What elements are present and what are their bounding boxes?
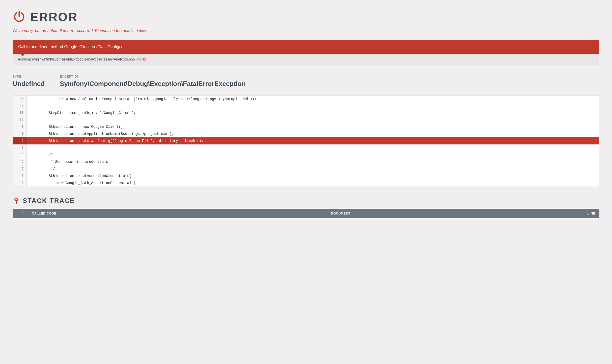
line-content: * Set assertion credentials: [27, 158, 113, 165]
line-number: 39: [13, 116, 27, 123]
code-line: 44 /*: [13, 151, 599, 158]
trace-table-header: # CALLED CODE DOCUMENT LINE: [13, 209, 599, 218]
exception-column: EXCEPTION Symfony\Component\Debug\Except…: [60, 75, 246, 88]
code-line: 40 $this->client = new Google_Client();: [13, 123, 599, 130]
error-file-box: /usr/share/nginx/html/plugins/rainlab/go…: [13, 54, 599, 65]
exception-label: EXCEPTION: [60, 75, 246, 78]
line-number: 42: [142, 57, 146, 61]
power-icon: [13, 11, 26, 24]
stack-trace-section: STACK TRACE # CALLED CODE DOCUMENT LINE: [13, 197, 599, 218]
subtitle-emphasis: unhandled error occurred: [47, 28, 93, 33]
type-exception-section: TYPE Undefined EXCEPTION Symfony\Compone…: [13, 75, 599, 88]
line-content: $this->client->setApplicationName($setti…: [27, 130, 179, 137]
line-number: 47: [13, 172, 27, 179]
col-number: #: [13, 209, 28, 218]
code-line: 42 $this->client->setClassConfig('Google…: [13, 137, 599, 144]
line-number: 45: [13, 158, 27, 165]
code-line: 46 */: [13, 165, 599, 172]
type-value: Undefined: [13, 80, 45, 88]
stack-trace-icon: [13, 197, 20, 204]
line-number: 41: [13, 130, 27, 137]
line-number: 46: [13, 165, 27, 172]
line-content: throw new ApplicationException(trans('ra…: [27, 96, 262, 103]
line-number: 42: [13, 137, 27, 144]
line-number: 44: [13, 151, 27, 158]
line-content: $tmpDir = temp_path() . '/Google_Client'…: [27, 109, 141, 116]
line-content: $this->client = new Google_Client();: [27, 123, 130, 130]
error-message-text: Call to undefined method Google_Client::…: [13, 40, 599, 54]
code-line: 43: [13, 144, 599, 151]
line-content: [27, 103, 37, 109]
line-number: 40: [13, 123, 27, 130]
line-content: $this->client->setAssertionCredentials(: [27, 172, 136, 179]
page-title: ERROR: [30, 10, 78, 24]
line-number: 36: [13, 96, 27, 103]
line-content: [27, 144, 37, 151]
line-content: new Google_Auth_AssertionCredentials(: [27, 179, 141, 187]
code-line: 47 $this->client->setAssertionCredential…: [13, 172, 599, 179]
line-number: 37: [13, 103, 27, 109]
line-content: $this->client->setClassConfig('Google_Ca…: [27, 137, 209, 144]
line-number: 48: [13, 179, 27, 187]
code-line: 39: [13, 116, 599, 123]
code-line: 36 throw new ApplicationException(trans(…: [13, 96, 599, 103]
trace-header-row: # CALLED CODE DOCUMENT LINE: [13, 209, 599, 218]
svg-point-0: [15, 199, 17, 200]
stack-trace-header: STACK TRACE: [13, 197, 599, 205]
col-line: LINE: [579, 209, 599, 218]
subtitle-rest: . Please see the details below.: [93, 28, 147, 33]
line-content: /*: [27, 151, 58, 158]
code-line: 41 $this->client->setApplicationName($se…: [13, 130, 599, 137]
exception-value: Symfony\Component\Debug\Exception\FatalE…: [60, 80, 246, 88]
error-subtitle: We're sorry, but an unhandled error occu…: [13, 28, 599, 33]
error-header: ERROR: [13, 10, 599, 24]
error-message-box: Call to undefined method Google_Client::…: [13, 40, 599, 65]
type-label: TYPE: [13, 75, 45, 78]
line-number: 38: [13, 109, 27, 116]
line-content: */: [27, 165, 60, 172]
subtitle-plain: We're sorry, but an: [13, 28, 47, 33]
code-block: 36 throw new ApplicationException(trans(…: [13, 95, 599, 187]
stack-trace-title: STACK TRACE: [23, 197, 75, 205]
stack-trace-table: # CALLED CODE DOCUMENT LINE: [13, 209, 599, 218]
code-line: 48 new Google_Auth_AssertionCredentials(: [13, 179, 599, 187]
code-line: 45 * Set assertion credentials: [13, 158, 599, 165]
line-content: [27, 116, 37, 123]
col-document: DOCUMENT: [327, 209, 579, 218]
code-line: 38 $tmpDir = temp_path() . '/Google_Clie…: [13, 109, 599, 116]
code-line: 37: [13, 103, 599, 109]
error-filename: /usr/share/nginx/html/plugins/rainlab/go…: [18, 57, 135, 61]
line-number: 43: [13, 144, 27, 151]
line-label: line: [136, 57, 142, 61]
col-called-code: CALLED CODE: [28, 209, 327, 218]
type-column: TYPE Undefined: [13, 75, 45, 88]
